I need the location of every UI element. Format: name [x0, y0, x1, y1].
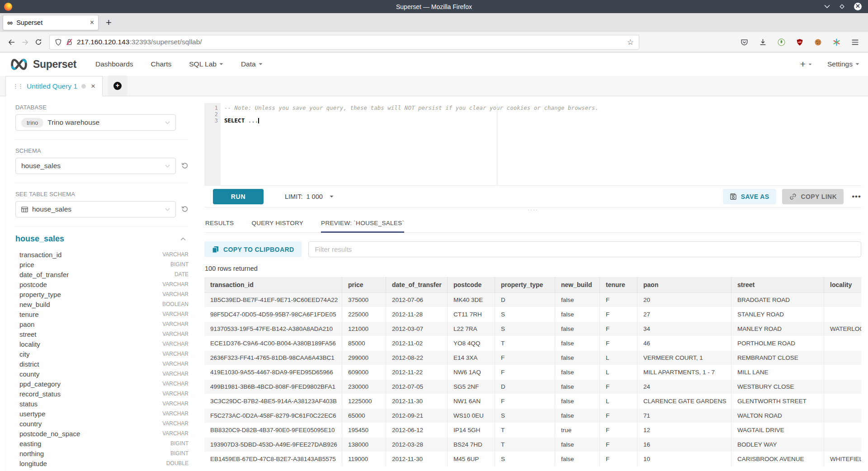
- column-type: DOUBLE: [166, 460, 189, 466]
- table-cell: MK40 3DE: [448, 293, 495, 307]
- sql-editor[interactable]: 1 2 3 -- Note: Unless you save your quer…: [204, 103, 861, 185]
- column-name: country: [19, 420, 42, 428]
- results-table: transaction_idpricedate_of_transferpostc…: [204, 277, 861, 466]
- collapse-table-icon[interactable]: [180, 237, 189, 241]
- tracking-shield-icon[interactable]: [55, 38, 62, 46]
- query-tab-close-icon[interactable]: ×: [91, 82, 95, 91]
- column-name: latitude: [19, 470, 41, 471]
- tab-query-history[interactable]: QUERY HISTORY: [251, 220, 303, 232]
- tab-close-icon[interactable]: ×: [90, 19, 94, 27]
- editor-code[interactable]: -- Note: Unless you save your query, the…: [221, 103, 861, 185]
- add-query-tab-button[interactable]: +: [108, 75, 127, 96]
- nav-dashboards[interactable]: Dashboards: [95, 60, 133, 68]
- cookie-extension-icon[interactable]: [814, 38, 822, 46]
- browser-tab[interactable]: ∞ Superset ×: [3, 15, 99, 30]
- nav-charts[interactable]: Charts: [151, 60, 172, 68]
- column-type: VARCHAR: [162, 281, 189, 287]
- close-window-icon[interactable]: ✕: [854, 3, 862, 10]
- editor-gutter: 1 2 3: [204, 103, 221, 185]
- table-cell: M45 6UP: [448, 452, 495, 466]
- bookmark-star-icon[interactable]: ☆: [627, 38, 634, 47]
- text-cursor: [258, 118, 259, 123]
- column-type: BIGINT: [170, 261, 189, 268]
- table-cell: F: [495, 365, 555, 380]
- copy-link-button[interactable]: COPY LINK: [782, 189, 844, 204]
- url-text[interactable]: 217.160.120.143:32393/superset/sqllab/: [77, 38, 623, 46]
- column-item: tenureVARCHAR: [15, 309, 189, 319]
- column-type: VARCHAR: [162, 371, 189, 377]
- column-header[interactable]: street: [731, 277, 824, 293]
- table-cell: 2012-03-07: [386, 322, 448, 336]
- settings-menu[interactable]: Settings: [827, 60, 859, 68]
- save-as-button[interactable]: SAVE AS: [723, 189, 776, 204]
- column-name: northing: [19, 450, 44, 457]
- url-bar[interactable]: 217.160.120.143:32393/superset/sqllab/ ☆: [49, 35, 639, 50]
- nav-sql-lab[interactable]: SQL Lab: [189, 60, 223, 68]
- link-icon: [789, 193, 797, 201]
- column-item: paonVARCHAR: [15, 319, 189, 329]
- new-item-button[interactable]: +: [800, 59, 812, 70]
- run-button[interactable]: RUN: [213, 189, 264, 204]
- column-header[interactable]: tenure: [600, 277, 637, 293]
- column-header[interactable]: date_of_transfer: [386, 277, 448, 293]
- table-select[interactable]: house_sales: [15, 201, 176, 217]
- column-name: date_of_transfer: [19, 271, 69, 278]
- minimize-icon[interactable]: [824, 5, 830, 9]
- table-cell: false: [555, 351, 600, 365]
- container-asterisk-icon[interactable]: [833, 38, 840, 46]
- column-type: VARCHAR: [162, 400, 189, 407]
- filter-results-input[interactable]: [308, 241, 861, 257]
- tab-results[interactable]: RESULTS: [205, 220, 234, 232]
- more-options-button[interactable]: •••: [852, 192, 861, 201]
- refresh-schemas-icon[interactable]: [181, 162, 189, 170]
- back-button[interactable]: [5, 39, 18, 46]
- column-header[interactable]: postcode: [448, 277, 495, 293]
- forward-button[interactable]: [18, 39, 32, 46]
- drag-handle-icon[interactable]: ⋮⋮: [13, 83, 23, 89]
- tab-preview-house-sales[interactable]: PREVIEW: `HOUSE_SALES`: [321, 220, 404, 232]
- grip-dots-icon: [527, 209, 539, 212]
- refresh-tables-icon[interactable]: [181, 206, 189, 213]
- column-header[interactable]: paon: [637, 277, 731, 293]
- table-schema-heading[interactable]: house_sales: [15, 234, 64, 244]
- ublock-origin-icon[interactable]: uO: [796, 38, 803, 46]
- privacy-extension-icon[interactable]: [778, 38, 785, 46]
- new-browser-tab-button[interactable]: +: [106, 17, 112, 28]
- maximize-icon[interactable]: [839, 4, 845, 9]
- column-name: longitude: [19, 460, 47, 467]
- table-cell: [824, 293, 861, 307]
- caret-down-icon: [330, 195, 334, 198]
- table-cell: 2012-11-30: [386, 452, 448, 466]
- table-cell: 1225000: [342, 394, 386, 409]
- downloads-icon[interactable]: [759, 38, 767, 46]
- query-tab[interactable]: ⋮⋮ Untitled Query 1 ×: [5, 76, 103, 96]
- table-cell: 20: [637, 293, 731, 307]
- table-cell: EB1459EB-67ED-47C8-B2E7-A38143AB5575: [204, 452, 342, 466]
- column-header[interactable]: property_type: [495, 277, 555, 293]
- chevron-down-icon: [219, 63, 223, 66]
- table-cell: 2012-08-22: [386, 351, 448, 365]
- copy-to-clipboard-button[interactable]: COPY TO CLIPBOARD: [204, 241, 302, 257]
- lock-insecure-icon[interactable]: [66, 38, 73, 46]
- menu-hamburger-icon[interactable]: [851, 39, 859, 46]
- table-cell: E14 3XA: [448, 351, 495, 365]
- limit-dropdown[interactable]: LIMIT: 1 000: [285, 193, 334, 200]
- schema-select[interactable]: house_sales: [15, 158, 176, 174]
- nav-data[interactable]: Data: [241, 60, 263, 68]
- reload-button[interactable]: [32, 38, 45, 46]
- pocket-icon[interactable]: [741, 38, 748, 46]
- column-header[interactable]: new_build: [555, 277, 600, 293]
- column-header[interactable]: price: [342, 277, 386, 293]
- table-cell: [824, 409, 861, 423]
- superset-logo[interactable]: Superset: [9, 58, 76, 71]
- column-header[interactable]: transaction_id: [204, 277, 342, 293]
- pane-resizer[interactable]: [204, 207, 861, 213]
- table-cell: WESTBURY CLOSE: [731, 380, 824, 394]
- column-type: VARCHAR: [162, 381, 189, 387]
- column-header[interactable]: locality: [824, 277, 861, 293]
- database-select[interactable]: trino Trino warehouse: [15, 114, 176, 131]
- plus-circle-icon: +: [113, 82, 122, 90]
- table-cell: WHITEFIELD: [824, 452, 861, 466]
- table-cell: [824, 307, 861, 322]
- table-cell: D: [495, 380, 555, 394]
